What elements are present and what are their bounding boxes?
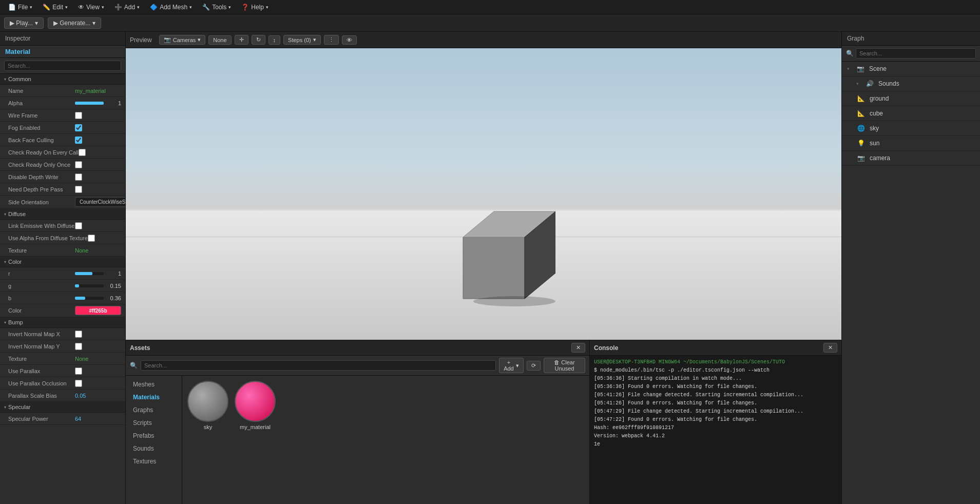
generate-button[interactable]: ▶ Generate... ▾ [48, 17, 101, 29]
graph-item-sky[interactable]: 🌐 sky [842, 121, 980, 136]
inspector-panel: Inspector Material ▾ Common Name my_mate… [0, 32, 126, 504]
asset-my-material[interactable]: my_material [235, 381, 276, 430]
steps-button[interactable]: Steps (0) ▾ [283, 35, 321, 45]
light-icon: 💡 [856, 139, 866, 148]
play-button[interactable]: ▶ Play... ▾ [4, 17, 44, 29]
inspector-search-box [0, 58, 125, 74]
check-ready-every-checkbox[interactable] [79, 149, 86, 156]
console-line: 1e [594, 441, 837, 448]
use-alpha-diffuse-checkbox[interactable] [88, 235, 95, 242]
menu-dots-icon[interactable]: ⋮ [324, 35, 339, 45]
scale-icon[interactable]: ↕ [268, 35, 281, 45]
none-button[interactable]: None [208, 35, 231, 45]
wireframe-checkbox[interactable] [75, 112, 82, 119]
backface-checkbox[interactable] [75, 137, 82, 144]
assets-refresh-button[interactable]: ⟳ [527, 361, 541, 371]
sidebar-item-graphs[interactable]: Graphs [128, 404, 180, 416]
menu-help[interactable]: ❓ Help ▾ [237, 3, 273, 12]
graph-item-sounds[interactable]: ▾ 🔊 Sounds [842, 76, 980, 91]
menu-add[interactable]: ➕ Add ▾ [110, 3, 144, 12]
sidebar-item-scripts[interactable]: Scripts [128, 417, 180, 429]
graph-item-sun[interactable]: 💡 sun [842, 136, 980, 151]
eye-icon[interactable]: 👁 [342, 35, 357, 45]
sidebar-item-prefabs[interactable]: Prefabs [128, 430, 180, 442]
assets-clear-button[interactable]: 🗑 Clear Unused [544, 358, 585, 373]
invert-normal-x-checkbox[interactable] [75, 331, 82, 338]
graph-item-cube[interactable]: 📐 cube [842, 106, 980, 121]
assets-body: Meshes Materials Graphs Scripts Prefabs [126, 376, 589, 504]
assets-label: Assets [130, 344, 150, 352]
alpha-slider[interactable] [75, 102, 104, 105]
chevron-down-icon: ▾ [4, 320, 6, 325]
graph-item-label: ground [870, 95, 889, 102]
assets-close-button[interactable]: ✕ [571, 343, 585, 353]
console-close-button[interactable]: ✕ [823, 343, 837, 353]
depth-prepass-checkbox[interactable] [75, 186, 82, 193]
rotate-icon[interactable]: ↻ [252, 35, 265, 45]
color-swatch[interactable]: #ff265b [75, 306, 121, 315]
camera-icon: 📷 [164, 36, 171, 43]
use-parallax-occlusion-checkbox[interactable] [75, 380, 82, 387]
assets-add-button[interactable]: + Add ▾ [499, 358, 524, 373]
graph-item-label: sky [870, 125, 879, 132]
side-orientation-select[interactable]: CounterClockWiseSideOrient ClockWiseSide… [75, 197, 125, 207]
check-ready-once-checkbox[interactable] [75, 161, 82, 168]
color-r-slider[interactable] [75, 272, 104, 275]
console-line: [05:47:22] Found 0 errors. Watching for … [594, 416, 837, 423]
graph-item-label: sun [870, 140, 879, 147]
chevron-down-icon: ▾ [4, 260, 6, 264]
inspector-search-input[interactable] [4, 61, 121, 71]
cameras-button[interactable]: 📷 Cameras ▾ [159, 35, 206, 45]
depth-write-checkbox[interactable] [75, 173, 82, 181]
graph-search-input[interactable] [856, 48, 976, 59]
chevron-down-icon: ▾ [266, 5, 268, 10]
use-parallax-checkbox[interactable] [75, 367, 82, 375]
section-diffuse[interactable]: ▾ Diffuse [0, 209, 125, 220]
color-g-slider[interactable] [75, 284, 104, 287]
color-b-slider[interactable] [75, 297, 104, 300]
chevron-down-icon: ▾ [4, 212, 6, 217]
graph-item-ground[interactable]: 📐 ground [842, 91, 980, 106]
chevron-down-icon: ▾ [228, 5, 231, 10]
link-emissive-checkbox[interactable] [75, 222, 82, 229]
search-icon: 🔍 [130, 362, 138, 369]
asset-sky[interactable]: sky [187, 381, 228, 430]
preview-canvas [126, 48, 841, 340]
assets-panel: Assets ✕ 🔍 + Add ▾ ⟳ 🗑 Clear U [126, 340, 590, 504]
console-panel: Console ✕ USER@DESKTOP-T3NFBHD MINGW64 ~… [590, 340, 841, 504]
prop-color-g: g 0.15 [0, 280, 125, 292]
invert-normal-y-checkbox[interactable] [75, 343, 82, 350]
sidebar-item-textures[interactable]: Textures [128, 455, 180, 468]
chevron-down-icon: ▾ [856, 81, 859, 86]
mesh-icon: 📐 [856, 94, 866, 103]
chevron-down-icon: ▾ [4, 405, 6, 410]
chevron-down-icon: ▾ [92, 20, 95, 27]
search-icon: 🔍 [846, 50, 854, 57]
section-color[interactable]: ▾ Color [0, 257, 125, 267]
section-bump[interactable]: ▾ Bump [0, 317, 125, 328]
prop-use-alpha-diffuse: Use Alpha From Diffuse Texture [0, 232, 125, 244]
console-toolbar: Console ✕ [590, 340, 841, 356]
graph-item-scene[interactable]: ▾ 📷 Scene [842, 62, 980, 76]
file-icon: 📄 [8, 4, 16, 11]
menu-edit[interactable]: ✏️ Edit ▾ [39, 3, 72, 12]
menu-add-mesh[interactable]: 🔷 Add Mesh ▾ [146, 3, 196, 12]
move-icon[interactable]: ✛ [235, 35, 248, 45]
sidebar-item-sounds[interactable]: Sounds [128, 442, 180, 455]
sound-icon: 🔊 [865, 79, 874, 88]
graph-item-camera[interactable]: 📷 camera [842, 151, 980, 166]
assets-search-input[interactable] [141, 360, 496, 371]
chevron-down-icon: ▾ [30, 5, 32, 10]
sidebar-item-materials[interactable]: Materials [128, 391, 180, 403]
section-specular[interactable]: ▾ Specular [0, 402, 125, 413]
sidebar-item-meshes[interactable]: Meshes [128, 378, 180, 391]
section-common[interactable]: ▾ Common [0, 74, 125, 85]
menu-tools[interactable]: 🔧 Tools ▾ [198, 3, 235, 12]
console-line: [05:41:26] Found 0 errors. Watching for … [594, 400, 837, 407]
menu-file[interactable]: 📄 File ▾ [4, 3, 36, 12]
fog-checkbox[interactable] [75, 124, 82, 131]
material-tab[interactable]: Material [0, 46, 125, 58]
menu-view[interactable]: 👁 View ▾ [74, 3, 108, 12]
prop-alpha: Alpha 1 [0, 97, 125, 109]
chevron-down-icon: ▾ [35, 20, 38, 27]
